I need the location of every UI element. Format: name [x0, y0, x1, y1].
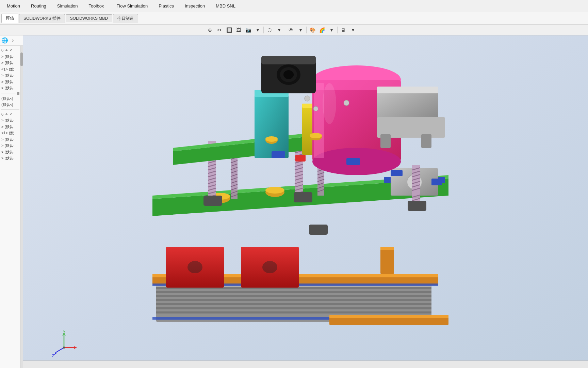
svg-point-143 [323, 83, 336, 124]
menu-item-mbd-snl[interactable]: MBD SNL [210, 0, 241, 12]
tree-content: 6_4_< > (默认· > (默认· <1> (默 > (默认· > (默认·… [0, 46, 20, 368]
view-icon-6[interactable]: ▾ [253, 26, 262, 34]
viewport[interactable]: Z Y [23, 35, 588, 368]
svg-rect-142 [295, 155, 306, 162]
menu-item-plastics[interactable]: Plastics [153, 0, 179, 12]
menu-item-toolbox[interactable]: Toolbox [83, 0, 110, 12]
svg-text:Y: Y [63, 331, 66, 334]
svg-rect-125 [380, 134, 391, 148]
view-icon-1[interactable]: ⊕ [206, 26, 214, 34]
svg-rect-121 [314, 83, 324, 158]
svg-point-19 [262, 261, 277, 273]
menu-item-simulation[interactable]: Simulation [52, 0, 83, 12]
menu-separator-1 [110, 3, 110, 10]
view-icon-3[interactable]: 🔲 [225, 26, 233, 34]
tree-item-1[interactable]: > (默认· [1, 53, 19, 60]
icon-sep-4 [337, 27, 338, 33]
view-icon-8[interactable]: ▾ [275, 26, 283, 34]
svg-rect-9 [156, 311, 431, 313]
svg-rect-33 [431, 179, 442, 185]
tree-item-6[interactable]: > (默认· [1, 85, 19, 91]
svg-point-140 [313, 106, 318, 111]
panel-vscrollbar[interactable] [20, 46, 23, 368]
view-icon-7[interactable]: ⬡ [265, 26, 274, 34]
view-icon-2[interactable]: ✂ [215, 26, 224, 34]
svg-rect-108 [309, 225, 328, 235]
menu-item-routing[interactable]: Routing [26, 0, 52, 12]
tree-item-b6[interactable]: > (默认· [1, 149, 19, 155]
icon-sep-2 [285, 27, 285, 33]
view-icon-9[interactable]: 👁 [287, 26, 295, 34]
tree-divider [1, 109, 19, 110]
tab-solidworks-plugin[interactable]: SOLIDWORKS 插件 [19, 14, 65, 23]
view-icon-4[interactable]: 🖼 [234, 26, 243, 34]
svg-rect-20 [380, 247, 394, 274]
svg-rect-4 [156, 291, 431, 293]
tree-item-3[interactable]: <1> (默 [1, 66, 19, 73]
tree-item-4[interactable]: > (默认· [1, 72, 19, 79]
svg-rect-109 [408, 201, 426, 211]
tab-today-manufacturing[interactable]: 今日制造 [113, 14, 138, 23]
view-icon-5[interactable]: 📷 [244, 26, 252, 34]
svg-rect-132 [272, 151, 285, 158]
svg-rect-5 [156, 295, 431, 297]
model-svg [23, 35, 588, 368]
icon-sep-3 [306, 27, 307, 33]
tree-item-div-1[interactable]: (默认<[ [1, 102, 19, 108]
tree-item-b3[interactable]: <1> (默 [1, 130, 19, 136]
panel-chevron-right[interactable]: › [9, 36, 17, 45]
menu-item-inspection[interactable]: Inspection [179, 0, 210, 12]
svg-rect-107 [294, 192, 312, 202]
svg-rect-134 [391, 170, 403, 176]
scrollbar-thumb[interactable] [20, 52, 23, 66]
svg-point-139 [305, 96, 310, 101]
svg-rect-15 [152, 317, 329, 320]
view-icon-10[interactable]: ▾ [296, 26, 305, 34]
tree-item-b7[interactable]: > (默认· [1, 155, 19, 162]
svg-rect-6 [156, 299, 431, 301]
svg-rect-13 [329, 315, 448, 318]
svg-rect-7 [156, 303, 431, 305]
menu-item-motion[interactable]: Motion [1, 0, 26, 12]
svg-rect-106 [203, 196, 222, 206]
panel-top-icons: 🌐 › [0, 35, 23, 46]
tree-item-b1[interactable]: > (默认· [1, 117, 19, 124]
tree-item-b5[interactable]: > (默认· [1, 142, 19, 149]
main-layout: 🌐 › 6_4_< > (默认· > (默认· <1> (默 > (默认· > … [0, 35, 588, 368]
panel-scroll-area: 6_4_< > (默认· > (默认· <1> (默 > (默认· > (默认·… [0, 46, 23, 368]
svg-rect-128 [261, 56, 316, 64]
view-icon-13[interactable]: ▾ [327, 26, 336, 34]
view-icon-11[interactable]: 🎨 [308, 26, 317, 34]
panel-globe-icon[interactable]: 🌐 [1, 36, 9, 45]
svg-rect-126 [421, 134, 431, 148]
svg-rect-123 [377, 87, 438, 93]
svg-point-131 [283, 70, 294, 79]
svg-point-17 [187, 261, 202, 273]
icon-sep-1 [263, 27, 264, 33]
tree-item-5[interactable]: > (默认· [1, 79, 19, 85]
svg-line-144 [55, 348, 64, 353]
tree-item-0[interactable]: 6_4_< [1, 47, 19, 53]
tree-item-div-0[interactable]: (默认<[ [1, 95, 19, 102]
toolbar-row: 评估 SOLIDWORKS 插件 SOLIDWORKS MBD 今日制造 [0, 12, 588, 25]
tree-item-b0[interactable]: 6_4_< [1, 111, 19, 118]
tree-item-b2[interactable]: > (默认· [1, 124, 19, 130]
view-icon-14[interactable]: 🖥 [339, 26, 348, 34]
svg-point-138 [310, 133, 322, 138]
svg-rect-112 [255, 90, 289, 158]
tree-item-2[interactable]: > (默认· [1, 60, 19, 66]
menu-bar: Motion Routing Simulation Toolbox Flow S… [0, 0, 588, 12]
tab-solidworks-mbd[interactable]: SOLIDWORKS MBD [66, 14, 112, 22]
status-bar [23, 361, 588, 368]
icon-toolbar: ⊕ ✂ 🔲 🖼 📷 ▾ ⬡ ▾ 👁 ▾ 🎨 🌈 ▾ 🖥 ▾ [0, 25, 588, 35]
tab-evaluate[interactable]: 评估 [1, 14, 18, 23]
svg-rect-133 [346, 158, 360, 165]
axis-indicator: Z Y [50, 331, 78, 358]
menu-item-flow-simulation[interactable]: Flow Simulation [111, 0, 153, 12]
view-icon-12[interactable]: 🌈 [317, 26, 326, 34]
view-icon-15[interactable]: ▾ [348, 26, 357, 34]
tree-item-b4[interactable]: > (默认· [1, 136, 19, 143]
svg-rect-21 [380, 247, 394, 250]
model-area: Z Y [23, 35, 588, 368]
svg-point-141 [344, 100, 349, 106]
